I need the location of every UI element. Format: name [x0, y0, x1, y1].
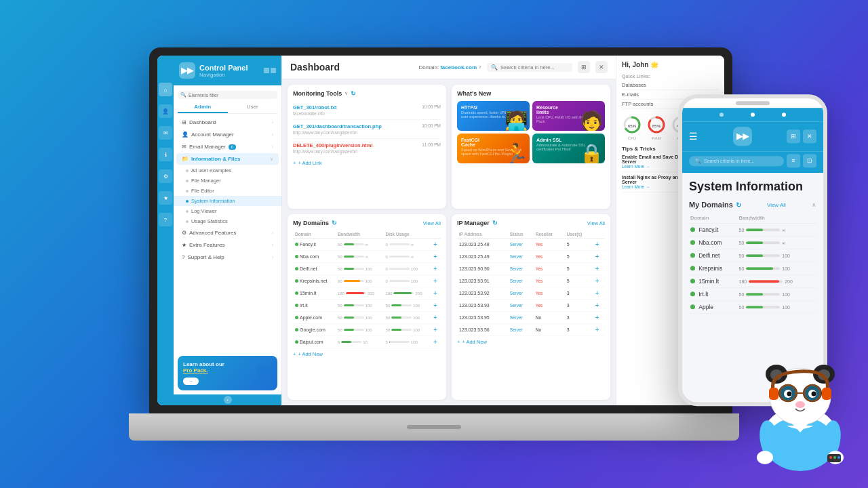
domains-refresh-icon[interactable]: ↻ — [332, 220, 337, 226]
news-card-fastcgi-title: FastCGI Cache — [461, 138, 494, 147]
monitoring-url-2: http://www.biny.com/ranglister/bn — [293, 149, 373, 154]
add-domain-button[interactable]: + + Add New — [293, 351, 441, 357]
ip-action-cell-0[interactable]: + — [593, 239, 605, 251]
quick-link-databases[interactable]: Databases — [622, 81, 719, 90]
mobile-search-placeholder: Search criteria in here... — [704, 159, 754, 163]
domain-action-cell-2[interactable]: + — [431, 263, 441, 275]
chevron-right-icon-6: › — [272, 255, 273, 260]
domain-action-cell-5[interactable]: + — [431, 300, 441, 312]
domain-disk-cell-3: 0 100 — [383, 275, 431, 287]
sidebar-sub-file-editor[interactable]: File Editor — [174, 186, 281, 196]
mobile-view-all[interactable]: View All — [767, 202, 786, 208]
sidebar-search-input[interactable] — [189, 93, 275, 98]
mobile-refresh-icon[interactable]: ↻ — [736, 201, 741, 209]
ip-action-cell-6[interactable]: + — [593, 312, 605, 324]
sidebar-item-support[interactable]: ? Support & Help › — [176, 251, 279, 263]
sidebar-toggle-icon1[interactable] — [264, 68, 269, 73]
mobile-close-icon[interactable]: ✕ — [803, 129, 816, 143]
main-search-input[interactable] — [500, 64, 568, 70]
promo-link[interactable]: Pro Pack. — [183, 367, 208, 373]
sidebar-sub-usage-stats[interactable]: Usage Statistics — [174, 216, 281, 226]
domain-action-cell-8[interactable]: + — [431, 336, 441, 348]
chevron-right-icon-4: › — [272, 230, 273, 235]
mobile-filter-icon[interactable]: ≡ — [787, 154, 800, 167]
mobile-grid-icon[interactable]: ⊞ — [787, 129, 800, 143]
sidebar-sub-all-users[interactable]: All user examples — [174, 165, 281, 176]
ip-manager-view-all[interactable]: View All — [587, 220, 605, 226]
greeting-text: Hi, John 🌟 — [622, 61, 719, 68]
ip-users-cell-3: 5 — [565, 275, 593, 287]
promo-button[interactable]: → — [183, 378, 199, 385]
sidebar-icon-home[interactable]: ⌂ — [159, 83, 172, 96]
sidebar-item-email-manager[interactable]: ✉ Email Manager 0 › — [176, 141, 279, 152]
mobile-collapse-icon[interactable]: ∧ — [812, 201, 816, 208]
disk-progress-wrap-5: 50 100 — [385, 304, 429, 308]
domain-action-cell-1[interactable]: + — [431, 251, 441, 263]
hamburger-icon[interactable]: ☰ — [689, 131, 698, 142]
sidebar-item-dashboard[interactable]: ⊞ Dashboard › — [176, 117, 279, 128]
news-card-http2[interactable]: HTTP/2 Dramatic speed, faster URLs, bett… — [457, 101, 530, 131]
add-ip-button[interactable]: + + Add New — [457, 339, 605, 345]
sidebar-sub-system-info[interactable]: System Information — [174, 196, 281, 206]
ip-action-cell-4[interactable]: + — [593, 287, 605, 300]
mobile-expand-icon[interactable]: ⊡ — [803, 154, 816, 167]
sidebar-search-bar[interactable]: 🔍 — [178, 91, 277, 99]
mobile-search-bar[interactable]: 🔍 Search criteria in here... — [689, 156, 784, 166]
sidebar-sub-file-manager[interactable]: File Manager — [174, 176, 281, 186]
domain-dot-6 — [295, 316, 298, 319]
bw-progress-wrap-4: 180 200 — [338, 291, 382, 296]
disk-num-start-5: 50 — [385, 304, 390, 308]
sidebar-logo-icon: ▶▶ — [179, 62, 195, 79]
ip-action-cell-1[interactable]: + — [593, 251, 605, 263]
disk-progress-wrap-1: 0 ∞ — [385, 255, 429, 259]
bw-num-start-4: 180 — [338, 291, 344, 296]
bw-progress-wrap-3: 80 100 — [338, 279, 382, 283]
ip-action-cell-2[interactable]: + — [593, 263, 605, 275]
domain-action-cell-6[interactable]: + — [431, 312, 441, 324]
sidebar-item-account-manager[interactable]: 👤 Account Manager › — [176, 129, 279, 140]
bw-num-start-0: 50 — [338, 243, 342, 247]
disk-num-end-0: ∞ — [411, 243, 414, 247]
domain-selector[interactable]: Domain: facebook.com ∨ — [418, 64, 481, 70]
ip-refresh-icon[interactable]: ↻ — [492, 220, 498, 226]
header-close-icon[interactable]: ✕ — [595, 61, 608, 73]
disk-fill-5 — [391, 304, 401, 306]
header-grid-icon[interactable]: ⊞ — [578, 61, 590, 73]
ip-action-cell-5[interactable]: + — [593, 300, 605, 312]
domain-action-cell-0[interactable]: + — [431, 239, 441, 251]
domain-action-cell-4[interactable]: + — [431, 287, 441, 300]
sidebar-item-extra[interactable]: ★ Extra Features › — [176, 239, 279, 251]
sidebar-toggle-icon2[interactable] — [271, 68, 276, 73]
sidebar-icon-email[interactable]: ✉ — [159, 126, 172, 140]
sidebar-sub-log-viewer[interactable]: Log Viewer — [174, 206, 281, 216]
ip-address-cell-4: 123.023.53.92 — [457, 287, 508, 300]
news-card-fastcgi[interactable]: FastCGI Cache Speed up WordPress and Sav… — [457, 134, 530, 163]
laptop-base — [129, 413, 739, 441]
news-card-resource[interactable]: Resource limits Limit CPU, RAM, I/O with… — [532, 101, 605, 131]
domain-action-cell-3[interactable]: + — [431, 275, 441, 287]
main-search-bar[interactable]: 🔍 — [487, 63, 572, 72]
sidebar-icon-help[interactable]: ? — [159, 213, 172, 226]
sidebar-icon-person[interactable]: 👤 — [159, 104, 172, 118]
my-domains-view-all[interactable]: View All — [423, 220, 441, 226]
ip-action-cell-3[interactable]: + — [593, 275, 605, 287]
cpu-circle-svg: 65% — [622, 115, 642, 135]
sidebar-item-advanced[interactable]: ⚙ Advanced Features › — [176, 227, 279, 239]
monitoring-refresh-icon[interactable]: ↻ — [351, 90, 356, 97]
sidebar-tab-user[interactable]: User — [228, 102, 278, 113]
sidebar-icon-info[interactable]: ℹ — [159, 148, 172, 161]
sidebar-item-info-files[interactable]: 📁 Information & Files ∨ — [176, 153, 279, 165]
mobile-domain-text-0: Fancy.it — [698, 226, 718, 233]
domain-bw-cell-6: 50 100 — [336, 312, 384, 324]
domain-action-cell-7[interactable]: + — [431, 324, 441, 336]
sidebar-footer-icon[interactable]: ‹ — [224, 396, 232, 404]
sidebar-tab-admin[interactable]: Admin — [178, 102, 228, 113]
add-link-button[interactable]: + + Add Link — [293, 160, 441, 166]
sidebar-icon-star[interactable]: ★ — [159, 191, 172, 205]
mobile-bw-end-2: 100 — [782, 253, 790, 258]
news-card-ssl[interactable]: Admin SSL Administrate & Automate SSL ce… — [532, 134, 605, 163]
ram-circle-label: RAM — [652, 136, 660, 140]
ip-action-cell-7[interactable]: + — [593, 324, 605, 336]
ip-status-cell-5: Server — [508, 300, 534, 312]
sidebar-icon-settings[interactable]: ⚙ — [159, 169, 172, 183]
